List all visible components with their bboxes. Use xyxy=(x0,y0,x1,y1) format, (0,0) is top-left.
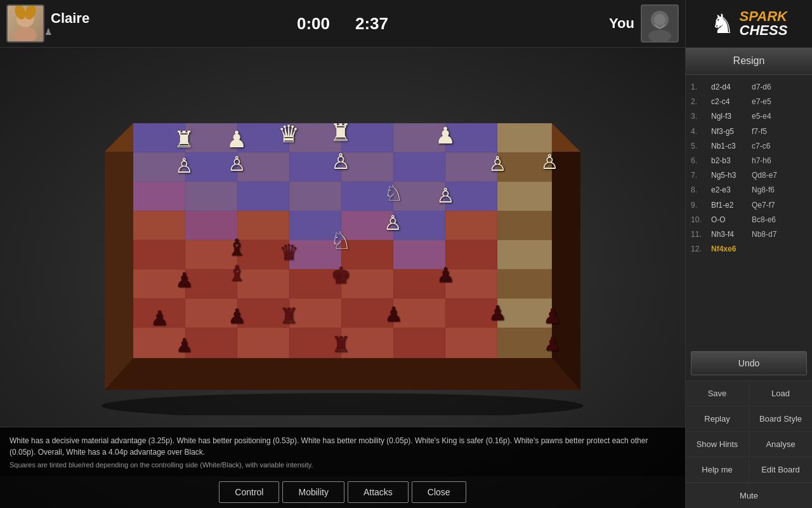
move-white: e2-e3 xyxy=(711,184,749,196)
piece-wp-a7: ♙ xyxy=(175,154,193,177)
piece-black-rook2: ♜ xyxy=(331,332,350,356)
piece-wp-e5: ♙ xyxy=(384,211,402,234)
close-button[interactable]: Close xyxy=(412,481,466,503)
move-row: 3.Ngl-f3e5-e4 xyxy=(691,109,807,124)
logo-chess: CHESS xyxy=(740,23,788,37)
move-number: 4. xyxy=(691,126,709,138)
piece-bp-row1-4: ♟ xyxy=(384,303,403,326)
move-black xyxy=(752,243,790,255)
logo-text: SPARK CHESS xyxy=(740,10,788,37)
chess-board-svg[interactable]: ♜ ♟ ♛ ♜ ♟ ♙ ♙ ♙ ♙ ♙ ♘ ♙ ♘ ♙ ♝ xyxy=(57,60,628,415)
svg-rect-49 xyxy=(133,240,185,269)
svg-rect-79 xyxy=(445,328,497,358)
piece-black-bishop2: ♝ xyxy=(227,261,246,285)
replay-button[interactable]: Replay xyxy=(686,406,749,431)
piece-bp-row1-5: ♟ xyxy=(488,302,507,324)
show-hints-button[interactable]: Show Hints xyxy=(686,432,749,457)
piece-white-a7: ♟ xyxy=(226,126,247,152)
move-row: 8.e2-e3Ng8-f6 xyxy=(691,183,807,197)
piece-bp-bottom-6: ♟ xyxy=(544,333,561,354)
move-white: O-O xyxy=(711,214,749,226)
analyse-button[interactable]: Analyse xyxy=(749,432,812,457)
piece-wp-mid2: ♙ xyxy=(436,184,455,207)
move-row: 7.Ng5-h3Qd8-e7 xyxy=(691,168,807,183)
help-me-button[interactable]: Help me xyxy=(686,457,749,482)
load-button[interactable]: Load xyxy=(749,381,812,406)
player-right: You xyxy=(558,4,685,43)
piece-black-king: ♚ xyxy=(331,262,351,288)
piece-wp-d7: ♙ xyxy=(331,149,350,173)
logo-spark: SPARK xyxy=(740,10,788,23)
move-black: Bc8-e6 xyxy=(752,214,790,226)
move-number: 11. xyxy=(691,229,709,241)
move-white: d2-d4 xyxy=(711,81,749,93)
move-black: h7-h6 xyxy=(752,155,790,167)
move-number: 12. xyxy=(691,243,709,255)
move-number: 6. xyxy=(691,155,709,167)
info-panel: White has a decisive material advantage … xyxy=(0,427,685,476)
svg-marker-12 xyxy=(105,358,580,390)
side-buttons: Save Load Replay Board Style Show Hints … xyxy=(686,380,812,508)
svg-rect-74 xyxy=(185,328,237,358)
move-row: 10.O-OBc8-e6 xyxy=(691,213,807,227)
svg-rect-64 xyxy=(497,269,552,298)
move-black: e5-e4 xyxy=(752,110,790,123)
piece-wp-b7: ♙ xyxy=(228,152,246,175)
move-number: 9. xyxy=(691,199,709,211)
svg-rect-35 xyxy=(237,182,289,211)
piece-bp-bottom-1: ♟ xyxy=(176,335,193,356)
timer-right: 2:37 xyxy=(355,14,388,34)
move-black: d7-d6 xyxy=(752,81,790,93)
piece-bp-row1-2: ♟ xyxy=(228,305,246,328)
svg-rect-30 xyxy=(393,152,445,182)
move-row: 9.Bf1-e2Qe7-f7 xyxy=(691,198,807,213)
mute-button[interactable]: Mute xyxy=(686,483,812,508)
undo-button[interactable]: Undo xyxy=(691,351,807,375)
move-white: Bf1-e2 xyxy=(711,199,749,211)
player-icon-claire: ♟ xyxy=(44,27,89,37)
move-number: 5. xyxy=(691,140,709,152)
move-black: Ng8-f6 xyxy=(752,184,790,196)
piece-wp-g7: ♙ xyxy=(540,150,559,173)
edit-board-button[interactable]: Edit Board xyxy=(749,457,812,482)
move-white: b2-b3 xyxy=(711,155,749,167)
move-black: Nb8-d7 xyxy=(752,229,790,241)
move-black: Qe7-f7 xyxy=(752,199,790,211)
move-row: 5.Nb1-c3c7-c6 xyxy=(691,139,807,154)
move-number: 10. xyxy=(691,214,709,226)
move-row: 4.Nf3-g5f7-f5 xyxy=(691,124,807,139)
move-black: Qd8-e7 xyxy=(752,170,790,182)
main-area: ♜ ♟ ♛ ♜ ♟ ♙ ♙ ♙ ♙ ♙ ♘ ♙ ♘ ♙ ♝ xyxy=(0,48,812,508)
board-area: ♜ ♟ ♛ ♜ ♟ ♙ ♙ ♙ ♙ ♙ ♘ ♙ ♘ ♙ ♝ xyxy=(0,48,685,508)
svg-point-7 xyxy=(648,30,671,41)
attacks-button[interactable]: Attacks xyxy=(348,481,409,503)
svg-rect-75 xyxy=(237,328,289,358)
player-name-claire: Claire xyxy=(51,10,89,27)
logo-area: ♞ SPARK CHESS xyxy=(685,0,812,48)
mobility-button[interactable]: Mobility xyxy=(282,481,344,503)
piece-white-rook2: ♜ xyxy=(330,119,351,146)
piece-white-bishop: ♟ xyxy=(435,123,455,149)
save-button[interactable]: Save xyxy=(686,381,749,406)
move-list[interactable]: 1.d2-d4d7-d62.c2-c4e7-e53.Ngl-f3e5-e44.N… xyxy=(686,75,812,346)
piece-black-queen: ♛ xyxy=(279,240,298,264)
info-text: White has a decisive material advantage … xyxy=(10,435,676,458)
svg-rect-33 xyxy=(133,182,185,211)
player-left: Claire ♟ xyxy=(0,4,127,43)
svg-rect-78 xyxy=(393,328,445,358)
move-row: 2.c2-c4e7-e5 xyxy=(691,95,807,109)
move-number: 1. xyxy=(691,81,709,93)
move-black: e7-e5 xyxy=(752,96,790,108)
piece-white-knight-center: ♘ xyxy=(330,227,351,254)
resign-button[interactable]: Resign xyxy=(686,48,812,75)
timer-left: 0:00 xyxy=(297,14,330,34)
move-number: 3. xyxy=(691,110,709,123)
info-hint: Squares are tinted blue/red depending on… xyxy=(10,461,676,469)
move-white: Nf3-g5 xyxy=(711,126,749,138)
board-style-button[interactable]: Board Style xyxy=(749,406,812,431)
chess-board-container[interactable]: ♜ ♟ ♛ ♜ ♟ ♙ ♙ ♙ ♙ ♙ ♘ ♙ ♘ ♙ ♝ xyxy=(0,48,685,427)
svg-rect-34 xyxy=(185,182,237,211)
piece-wp-h7: ♙ xyxy=(488,152,507,175)
control-button[interactable]: Control xyxy=(219,481,279,503)
move-black: c7-c6 xyxy=(752,140,790,152)
